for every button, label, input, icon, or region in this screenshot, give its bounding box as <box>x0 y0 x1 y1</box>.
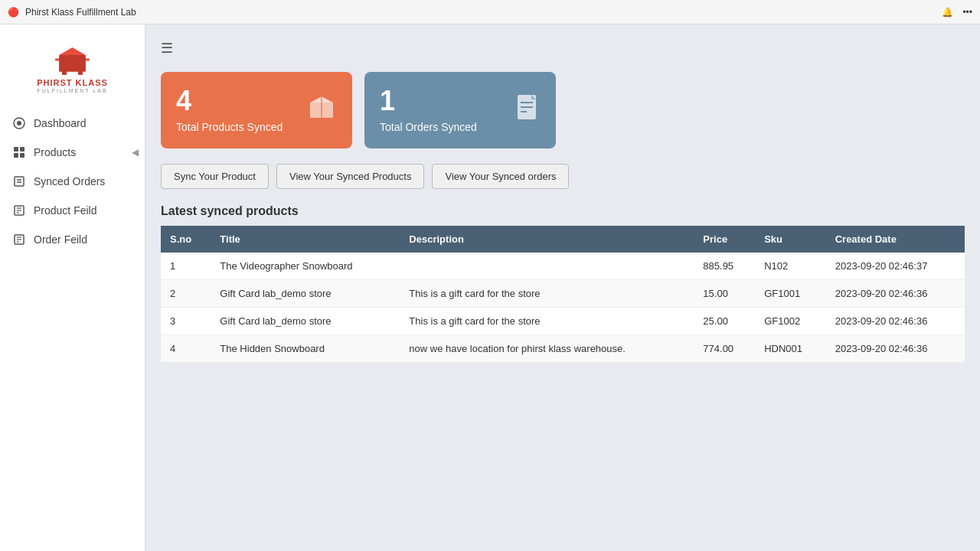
orders-stat-icon <box>513 92 541 129</box>
table-row: 2 Gift Card lab_demo store This is a gif… <box>161 280 965 308</box>
sidebar-item-order-feild[interactable]: Order Feild <box>0 225 145 254</box>
logo-area: PHIRST KLASS FULFILLMENT LAB <box>0 32 145 109</box>
sidebar-dashboard-label: Dashboard <box>34 117 87 129</box>
dashboard-icon <box>12 116 26 130</box>
sidebar-order-feild-label: Order Feild <box>34 233 87 246</box>
col-sku: Sku <box>755 226 826 253</box>
cell-created-date: 2023-09-20 02:46:36 <box>826 335 965 363</box>
stat-card-orders: 1 Total Orders Synced <box>364 72 556 148</box>
cell-sku: GF1002 <box>755 308 826 335</box>
cell-title: Gift Card lab_demo store <box>211 280 400 308</box>
top-bar-title: Phirst Klass Fulfillment Lab <box>25 7 936 18</box>
cell-description: This is a gift card for the store <box>400 308 694 335</box>
cell-price: 885.95 <box>694 253 755 280</box>
svg-point-7 <box>17 121 21 126</box>
col-price: Price <box>694 226 755 253</box>
sidebar: PHIRST KLASS FULFILLMENT LAB Dashboard <box>0 24 145 551</box>
svg-rect-3 <box>78 69 83 75</box>
bell-icon[interactable]: 🔔 <box>942 7 953 18</box>
cell-sno: 1 <box>161 253 211 280</box>
svg-rect-10 <box>14 153 18 158</box>
col-sno: S.no <box>161 226 211 253</box>
products-stat-icon <box>306 92 337 129</box>
orders-count: 1 <box>380 87 477 115</box>
table-row: 4 The Hidden Snowboard now we have locat… <box>161 335 965 363</box>
favicon: 🔴 <box>8 7 19 18</box>
sidebar-item-products[interactable]: Products ◀ <box>0 138 145 167</box>
cell-sno: 2 <box>161 280 211 308</box>
action-buttons: Sync Your Product View Your Synced Produ… <box>161 164 965 189</box>
products-count: 4 <box>176 87 283 115</box>
cell-sku: N102 <box>755 253 826 280</box>
product-feild-icon <box>12 204 26 217</box>
cell-title: Gift Card lab_demo store <box>211 308 400 335</box>
table-body: 1 The Videographer Snowboard 885.95 N102… <box>161 253 965 363</box>
table-section-title: Latest synced products <box>161 204 965 218</box>
cell-price: 25.00 <box>694 308 755 335</box>
svg-rect-9 <box>20 147 24 152</box>
top-bar: 🔴 Phirst Klass Fulfillment Lab 🔔 ••• <box>0 0 980 24</box>
svg-rect-2 <box>62 69 67 75</box>
cell-description: now we have location for phirst klass wa… <box>400 335 694 363</box>
sidebar-item-product-feild[interactable]: Product Feild <box>0 196 145 225</box>
logo-brand: PHIRST KLASS <box>37 78 108 88</box>
view-synced-products-button[interactable]: View Your Synced Products <box>276 164 424 189</box>
hamburger-icon[interactable]: ☰ <box>161 40 965 57</box>
cell-title: The Videographer Snowboard <box>211 253 400 280</box>
svg-rect-11 <box>20 153 24 158</box>
col-created-date: Created Date <box>826 226 965 253</box>
svg-rect-8 <box>14 147 18 152</box>
cell-sku: HDN001 <box>755 335 826 363</box>
table-header: S.no Title Description Price Sku Created… <box>161 226 965 253</box>
cell-price: 15.00 <box>694 280 755 308</box>
products-label: Total Products Synced <box>176 121 283 133</box>
sidebar-item-dashboard[interactable]: Dashboard <box>0 109 145 138</box>
synced-orders-icon <box>12 174 26 188</box>
cell-created-date: 2023-09-20 02:46:36 <box>826 280 965 308</box>
svg-rect-12 <box>15 177 24 186</box>
svg-marker-1 <box>59 47 86 55</box>
col-description: Description <box>400 226 694 253</box>
orders-label: Total Orders Synced <box>380 121 477 133</box>
more-icon[interactable]: ••• <box>962 7 972 18</box>
cell-sku: GF1001 <box>755 280 826 308</box>
products-icon <box>12 145 26 159</box>
sync-product-button[interactable]: Sync Your Product <box>161 164 269 189</box>
stat-card-products: 4 Total Products Synced <box>161 72 352 148</box>
sidebar-synced-orders-label: Synced Orders <box>34 175 105 187</box>
cell-description <box>400 253 694 280</box>
cell-sno: 4 <box>161 335 211 363</box>
stat-cards: 4 Total Products Synced 1 Total Orders S… <box>161 72 965 148</box>
col-title: Title <box>211 226 400 253</box>
cell-sno: 3 <box>161 308 211 335</box>
table-row: 3 Gift Card lab_demo store This is a gif… <box>161 308 965 335</box>
stat-card-products-left: 4 Total Products Synced <box>176 87 283 133</box>
cell-description: This is a gift card for the store <box>400 280 694 308</box>
main-content: ☰ 4 Total Products Synced 1 <box>145 24 980 551</box>
logo-sub: FULFILLMENT LAB <box>37 88 107 93</box>
sidebar-products-label: Products <box>34 146 76 158</box>
sidebar-product-feild-label: Product Feild <box>34 204 96 217</box>
sidebar-item-synced-orders[interactable]: Synced Orders <box>0 167 145 196</box>
top-bar-icons: 🔔 ••• <box>942 7 972 18</box>
view-synced-orders-button[interactable]: View Your Synced orders <box>432 164 569 189</box>
logo-icon <box>51 40 93 78</box>
cell-created-date: 2023-09-20 02:46:36 <box>826 308 965 335</box>
cell-price: 774.00 <box>694 335 755 363</box>
order-feild-icon <box>12 233 26 246</box>
chevron-left-icon: ◀ <box>132 147 139 158</box>
cell-title: The Hidden Snowboard <box>211 335 400 363</box>
cell-created-date: 2023-09-20 02:46:37 <box>826 253 965 280</box>
table-row: 1 The Videographer Snowboard 885.95 N102… <box>161 253 965 280</box>
products-table: S.no Title Description Price Sku Created… <box>161 226 965 363</box>
stat-card-orders-left: 1 Total Orders Synced <box>380 87 477 133</box>
